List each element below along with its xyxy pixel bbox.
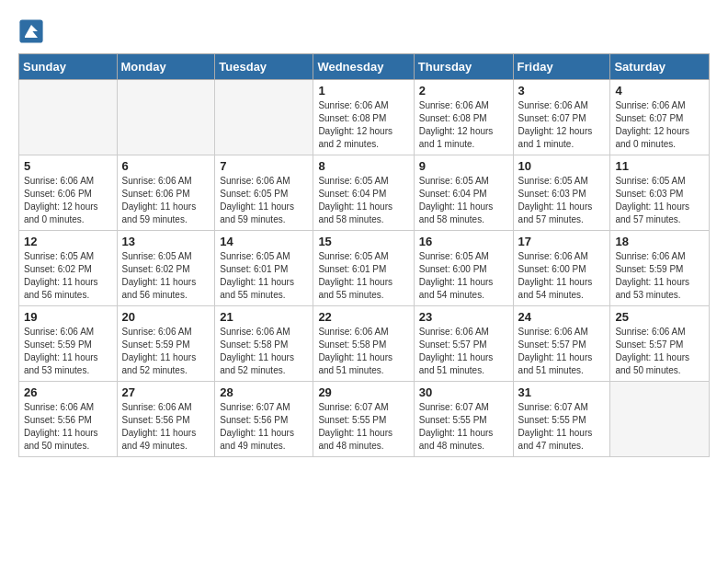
calendar-cell: 26Sunrise: 6:06 AM Sunset: 5:56 PM Dayli… [19,382,118,457]
day-info: Sunrise: 6:07 AM Sunset: 5:55 PM Dayligh… [318,401,408,453]
calendar-cell: 5Sunrise: 6:06 AM Sunset: 6:06 PM Daylig… [19,155,118,231]
day-info: Sunrise: 6:07 AM Sunset: 5:56 PM Dayligh… [220,401,308,453]
day-info: Sunrise: 6:06 AM Sunset: 6:08 PM Dayligh… [318,99,408,151]
calendar-cell: 8Sunrise: 6:05 AM Sunset: 6:04 PM Daylig… [313,155,414,231]
calendar-cell: 17Sunrise: 6:06 AM Sunset: 6:00 PM Dayli… [513,231,610,306]
calendar-cell: 11Sunrise: 6:05 AM Sunset: 6:03 PM Dayli… [610,155,710,231]
day-info: Sunrise: 6:06 AM Sunset: 5:56 PM Dayligh… [122,401,210,453]
calendar-week-row: 26Sunrise: 6:06 AM Sunset: 5:56 PM Dayli… [19,382,710,457]
day-info: Sunrise: 6:05 AM Sunset: 6:00 PM Dayligh… [419,250,508,302]
calendar-cell: 16Sunrise: 6:05 AM Sunset: 6:00 PM Dayli… [414,231,513,306]
day-info: Sunrise: 6:05 AM Sunset: 6:03 PM Dayligh… [615,175,704,226]
day-info: Sunrise: 6:06 AM Sunset: 6:07 PM Dayligh… [518,99,606,151]
calendar-week-row: 19Sunrise: 6:06 AM Sunset: 5:59 PM Dayli… [19,306,710,382]
calendar-week-row: 1Sunrise: 6:06 AM Sunset: 6:08 PM Daylig… [19,80,710,155]
logo-icon [18,18,44,44]
day-number: 9 [419,159,508,173]
calendar-cell: 22Sunrise: 6:06 AM Sunset: 5:58 PM Dayli… [313,306,414,382]
calendar-cell [117,80,215,155]
calendar-week-row: 5Sunrise: 6:06 AM Sunset: 6:06 PM Daylig… [19,155,710,231]
day-number: 25 [615,310,704,324]
page-header [18,18,710,44]
day-info: Sunrise: 6:06 AM Sunset: 6:05 PM Dayligh… [220,175,308,226]
day-number: 28 [220,385,308,399]
calendar-cell: 30Sunrise: 6:07 AM Sunset: 5:55 PM Dayli… [414,382,513,457]
day-info: Sunrise: 6:06 AM Sunset: 5:57 PM Dayligh… [419,326,508,377]
day-info: Sunrise: 6:06 AM Sunset: 6:00 PM Dayligh… [518,250,606,302]
day-number: 22 [318,310,408,324]
day-number: 30 [419,385,508,399]
day-info: Sunrise: 6:05 AM Sunset: 6:04 PM Dayligh… [419,175,508,226]
weekday-header: Thursday [414,54,513,80]
calendar-cell: 13Sunrise: 6:05 AM Sunset: 6:02 PM Dayli… [117,231,215,306]
calendar-table: SundayMondayTuesdayWednesdayThursdayFrid… [18,53,710,457]
calendar-cell: 20Sunrise: 6:06 AM Sunset: 5:59 PM Dayli… [117,306,215,382]
weekday-header: Monday [117,54,215,80]
day-number: 29 [318,385,408,399]
day-number: 21 [220,310,308,324]
weekday-header: Saturday [610,54,710,80]
day-info: Sunrise: 6:07 AM Sunset: 5:55 PM Dayligh… [518,401,606,453]
calendar-cell: 3Sunrise: 6:06 AM Sunset: 6:07 PM Daylig… [513,80,610,155]
day-number: 10 [518,159,606,173]
day-info: Sunrise: 6:06 AM Sunset: 5:59 PM Dayligh… [122,326,210,377]
day-number: 16 [419,235,508,248]
day-number: 18 [615,235,704,248]
day-info: Sunrise: 6:06 AM Sunset: 5:56 PM Dayligh… [24,401,112,453]
day-info: Sunrise: 6:06 AM Sunset: 5:57 PM Dayligh… [518,326,606,377]
day-info: Sunrise: 6:05 AM Sunset: 6:01 PM Dayligh… [220,250,308,302]
day-number: 24 [518,310,606,324]
day-number: 20 [122,310,210,324]
day-info: Sunrise: 6:06 AM Sunset: 6:07 PM Dayligh… [615,99,704,151]
logo [18,18,48,44]
day-number: 13 [122,235,210,248]
weekday-header-row: SundayMondayTuesdayWednesdayThursdayFrid… [19,54,710,80]
day-number: 7 [220,159,308,173]
weekday-header: Sunday [19,54,118,80]
day-info: Sunrise: 6:05 AM Sunset: 6:02 PM Dayligh… [122,250,210,302]
calendar-cell: 19Sunrise: 6:06 AM Sunset: 5:59 PM Dayli… [19,306,118,382]
calendar-cell: 15Sunrise: 6:05 AM Sunset: 6:01 PM Dayli… [313,231,414,306]
day-number: 8 [318,159,408,173]
calendar-cell: 24Sunrise: 6:06 AM Sunset: 5:57 PM Dayli… [513,306,610,382]
day-info: Sunrise: 6:06 AM Sunset: 6:08 PM Dayligh… [419,99,508,151]
day-number: 12 [24,235,112,248]
day-info: Sunrise: 6:05 AM Sunset: 6:01 PM Dayligh… [318,250,408,302]
calendar-cell: 2Sunrise: 6:06 AM Sunset: 6:08 PM Daylig… [414,80,513,155]
day-number: 11 [615,159,704,173]
calendar-cell: 18Sunrise: 6:06 AM Sunset: 5:59 PM Dayli… [610,231,710,306]
weekday-header: Wednesday [313,54,414,80]
day-info: Sunrise: 6:06 AM Sunset: 5:57 PM Dayligh… [615,326,704,377]
day-info: Sunrise: 6:06 AM Sunset: 5:59 PM Dayligh… [24,326,112,377]
day-number: 14 [220,235,308,248]
calendar-cell: 28Sunrise: 6:07 AM Sunset: 5:56 PM Dayli… [215,382,313,457]
day-info: Sunrise: 6:05 AM Sunset: 6:03 PM Dayligh… [518,175,606,226]
calendar-cell: 27Sunrise: 6:06 AM Sunset: 5:56 PM Dayli… [117,382,215,457]
day-info: Sunrise: 6:05 AM Sunset: 6:02 PM Dayligh… [24,250,112,302]
calendar-cell: 23Sunrise: 6:06 AM Sunset: 5:57 PM Dayli… [414,306,513,382]
day-number: 31 [518,385,606,399]
calendar-cell: 10Sunrise: 6:05 AM Sunset: 6:03 PM Dayli… [513,155,610,231]
day-info: Sunrise: 6:06 AM Sunset: 6:06 PM Dayligh… [122,175,210,226]
calendar-cell: 9Sunrise: 6:05 AM Sunset: 6:04 PM Daylig… [414,155,513,231]
weekday-header: Friday [513,54,610,80]
day-info: Sunrise: 6:06 AM Sunset: 6:06 PM Dayligh… [24,175,112,226]
calendar-cell [19,80,118,155]
day-number: 3 [518,84,606,98]
calendar-week-row: 12Sunrise: 6:05 AM Sunset: 6:02 PM Dayli… [19,231,710,306]
day-number: 2 [419,84,508,98]
calendar-cell: 29Sunrise: 6:07 AM Sunset: 5:55 PM Dayli… [313,382,414,457]
calendar-cell [215,80,313,155]
calendar-cell: 1Sunrise: 6:06 AM Sunset: 6:08 PM Daylig… [313,80,414,155]
day-number: 5 [24,159,112,173]
calendar-cell: 7Sunrise: 6:06 AM Sunset: 6:05 PM Daylig… [215,155,313,231]
day-info: Sunrise: 6:07 AM Sunset: 5:55 PM Dayligh… [419,401,508,453]
weekday-header: Tuesday [215,54,313,80]
day-number: 23 [419,310,508,324]
calendar-cell: 14Sunrise: 6:05 AM Sunset: 6:01 PM Dayli… [215,231,313,306]
calendar-cell: 25Sunrise: 6:06 AM Sunset: 5:57 PM Dayli… [610,306,710,382]
day-number: 26 [24,385,112,399]
day-number: 1 [318,84,408,98]
calendar-cell: 6Sunrise: 6:06 AM Sunset: 6:06 PM Daylig… [117,155,215,231]
calendar-cell: 12Sunrise: 6:05 AM Sunset: 6:02 PM Dayli… [19,231,118,306]
